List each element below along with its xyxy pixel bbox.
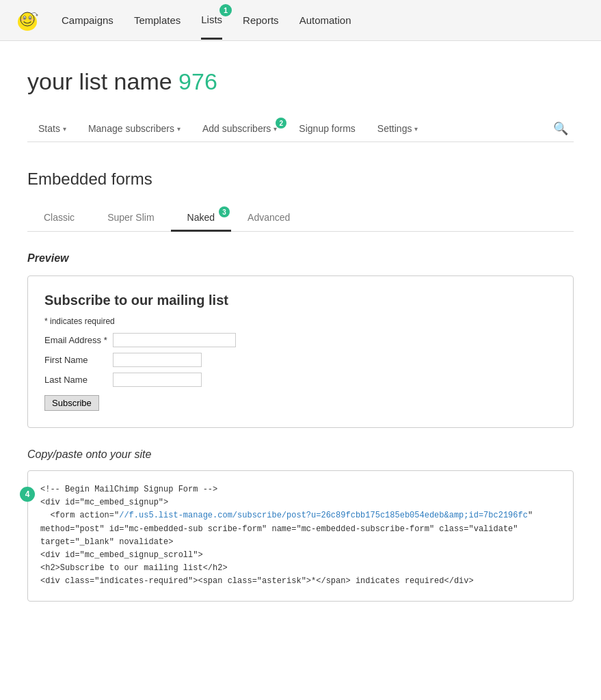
code-line-6: <div id="mc_embed_signup_scroll"> bbox=[40, 549, 561, 562]
firstname-input[interactable] bbox=[113, 353, 202, 367]
settings-caret: ▾ bbox=[414, 125, 418, 133]
sec-nav-manage-subscribers[interactable]: Manage subscribers ▾ bbox=[77, 116, 191, 141]
preview-box: Subscribe to our mailing list * indicate… bbox=[27, 275, 574, 428]
code-box[interactable]: <!-- Begin MailChimp Signup Form --> <di… bbox=[27, 470, 574, 602]
code-link: //f.us5.list-manage.com/subscribe/post?u… bbox=[119, 511, 528, 520]
tab-classic[interactable]: Classic bbox=[27, 205, 91, 231]
svg-point-9 bbox=[36, 14, 38, 16]
nav-item-templates[interactable]: Templates bbox=[134, 2, 181, 38]
tab-naked[interactable]: Naked 3 bbox=[171, 205, 231, 232]
page-content: your list name 976 Stats ▾ Manage subscr… bbox=[0, 41, 601, 629]
email-input[interactable] bbox=[113, 333, 236, 347]
svg-point-6 bbox=[29, 17, 31, 18]
step-4-badge: 4 bbox=[20, 487, 35, 502]
nav-item-lists[interactable]: Lists 1 bbox=[201, 1, 222, 40]
nav-items: Campaigns Templates Lists 1 Reports Auto… bbox=[62, 1, 351, 40]
email-label: Email Address * bbox=[44, 335, 113, 345]
code-line-8: <div class="indicates-required"><span cl… bbox=[40, 575, 561, 588]
nav-item-reports[interactable]: Reports bbox=[243, 2, 279, 38]
code-section-wrapper: 4 <!-- Begin MailChimp Signup Form --> <… bbox=[27, 470, 574, 602]
preview-form-title: Subscribe to our mailing list bbox=[44, 293, 557, 308]
preview-lastname-field: Last Name bbox=[44, 373, 557, 387]
nav-item-automation[interactable]: Automation bbox=[299, 2, 351, 38]
search-icon[interactable]: 🔍 bbox=[548, 116, 574, 142]
add-subscribers-badge: 2 bbox=[276, 118, 286, 129]
svg-point-5 bbox=[24, 17, 25, 18]
sec-nav-signup-forms[interactable]: Signup forms bbox=[288, 116, 366, 141]
sec-nav-add-subscribers[interactable]: Add subscribers ▾ 2 bbox=[191, 116, 288, 141]
subscriber-count: 976 bbox=[178, 68, 217, 94]
manage-caret: ▾ bbox=[177, 125, 181, 133]
secondary-nav: Stats ▾ Manage subscribers ▾ Add subscri… bbox=[27, 116, 574, 142]
nav-item-campaigns[interactable]: Campaigns bbox=[62, 2, 113, 38]
code-line-3: <form action="//f.us5.list-manage.com/su… bbox=[40, 509, 561, 522]
naked-tab-badge: 3 bbox=[219, 206, 230, 217]
mailchimp-logo bbox=[14, 7, 41, 34]
page-title: your list name 976 bbox=[27, 68, 574, 95]
lastname-input[interactable] bbox=[113, 373, 202, 387]
sec-nav-settings[interactable]: Settings ▾ bbox=[366, 116, 429, 141]
subscribe-button[interactable]: Subscribe bbox=[44, 395, 99, 411]
svg-point-7 bbox=[21, 18, 24, 21]
code-line-7: <h2>Subscribe to our mailing list</h2> bbox=[40, 562, 561, 575]
firstname-label: First Name bbox=[44, 355, 113, 365]
preview-email-field: Email Address * bbox=[44, 333, 557, 347]
code-line-2: <div id="mc_embed_signup"> bbox=[40, 496, 561, 509]
code-line-1: <!-- Begin MailChimp Signup Form --> bbox=[40, 483, 561, 496]
stats-caret: ▾ bbox=[63, 125, 66, 133]
copypaste-label: Copy/paste onto your site bbox=[27, 448, 574, 461]
sec-nav-stats[interactable]: Stats ▾ bbox=[27, 116, 77, 141]
tab-advanced[interactable]: Advanced bbox=[231, 205, 306, 231]
preview-required-note: * indicates required bbox=[44, 317, 557, 326]
code-line-4: method="post" id="mc-embedded-sub scribe… bbox=[40, 523, 561, 536]
tab-super-slim[interactable]: Super Slim bbox=[91, 205, 170, 231]
section-title: Embedded forms bbox=[27, 170, 574, 189]
form-tabs: Classic Super Slim Naked 3 Advanced bbox=[27, 205, 574, 232]
top-nav: Campaigns Templates Lists 1 Reports Auto… bbox=[0, 0, 601, 41]
preview-firstname-field: First Name bbox=[44, 353, 557, 367]
preview-label: Preview bbox=[27, 252, 574, 265]
lists-badge: 1 bbox=[219, 4, 232, 16]
lastname-label: Last Name bbox=[44, 375, 113, 385]
svg-point-8 bbox=[31, 18, 34, 21]
code-line-5: target="_blank" novalidate> bbox=[40, 536, 561, 549]
